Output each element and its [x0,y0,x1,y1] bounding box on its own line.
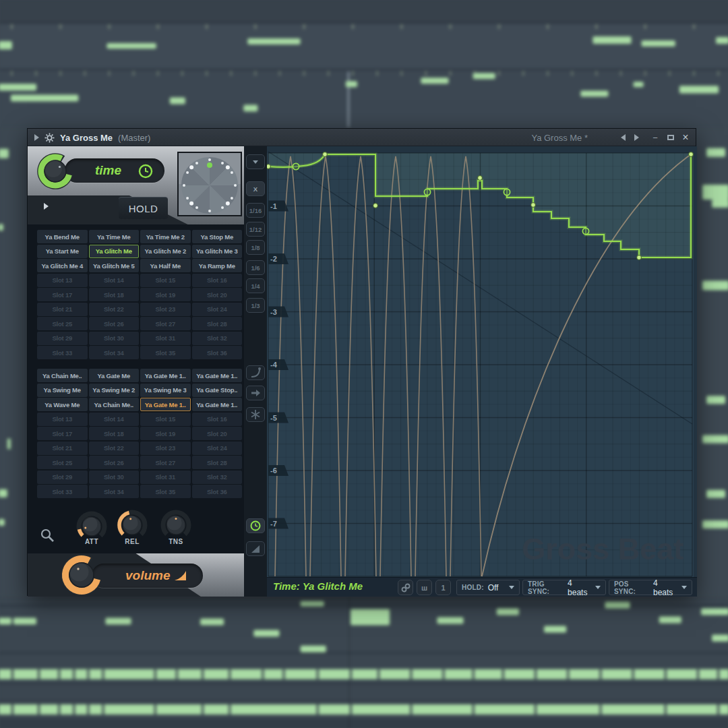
time-slot[interactable]: Slot 32 [192,332,243,345]
volume-knob[interactable] [57,550,107,600]
next-preset-button[interactable] [630,129,643,146]
volume-slot[interactable]: Ya Chain Me.. [89,398,140,411]
snap-1-4-tab[interactable]: 1/4 [246,278,265,293]
volume-slot[interactable]: Ya Swing Me 3 [140,384,191,397]
snap-x-tab[interactable]: X [246,181,265,196]
time-slot[interactable]: Ya Glitch Me 5 [89,259,140,272]
volume-slot[interactable]: Slot 34 [89,485,140,498]
volume-slot[interactable]: Ya Gate Me 1.. [192,398,243,411]
volume-slot[interactable]: Slot 20 [192,427,243,440]
volume-slot[interactable]: Ya Swing Me 2 [89,384,140,397]
volume-slot[interactable]: Slot 19 [140,427,191,440]
panel-collapse-arrow-icon[interactable] [44,203,49,210]
volume-slot[interactable]: Slot 21 [37,442,88,455]
trig-sync-dropdown[interactable]: TRIG SYNC: 4 beats [522,580,606,595]
pos-sync-dropdown[interactable]: POS SYNC: 4 beats [609,580,692,595]
freeze-tool-tab[interactable] [246,407,265,422]
volume-slot[interactable]: Slot 22 [89,442,140,455]
time-slot[interactable]: Slot 31 [140,332,191,345]
plugin-titlebar[interactable]: Ya Gross Me (Master) Ya Gross Me * − × [28,129,696,146]
time-map-editor[interactable]: Gross Beat-1-2-3-4-5-6-7 [267,146,697,577]
time-slot[interactable]: Slot 23 [140,303,191,316]
magnifier-icon[interactable] [40,528,56,544]
volume-slot[interactable]: Slot 13 [37,413,88,426]
slide-tool-tab[interactable] [246,365,265,380]
time-slot[interactable]: Ya Glitch Me 3 [192,245,243,258]
link-tool-button[interactable] [398,580,413,595]
arrow-tool-tab[interactable] [246,386,265,400]
time-slot[interactable]: Slot 22 [89,303,140,316]
time-slot[interactable]: Ya Ramp Me [192,259,243,272]
volume-slot[interactable]: Slot 36 [192,485,243,498]
time-slot[interactable]: Slot 34 [89,346,140,359]
snap-1-8-tab[interactable]: 1/8 [246,240,265,255]
volume-slot[interactable]: Slot 31 [140,471,191,484]
volume-slot[interactable]: Slot 25 [37,456,88,469]
time-slot[interactable]: Ya Start Me [37,245,88,258]
map-dropdown-tab[interactable] [246,154,265,169]
volume-slot[interactable]: Slot 30 [89,471,140,484]
gear-icon[interactable] [44,133,55,143]
minimize-button[interactable]: − [648,129,662,146]
time-slot[interactable]: Slot 14 [89,274,140,287]
time-slot[interactable]: Slot 29 [37,332,88,345]
time-slot[interactable]: Slot 28 [192,317,243,330]
time-slot[interactable]: Slot 25 [37,317,88,330]
time-slot[interactable]: Ya Glitch Me [89,245,140,258]
time-slot[interactable]: Slot 13 [37,274,88,287]
hold-button[interactable]: HOLD [119,197,168,219]
time-slot[interactable]: Slot 35 [140,346,191,359]
time-slot[interactable]: Slot 24 [192,303,243,316]
volume-slot[interactable]: Slot 14 [89,413,140,426]
time-slot[interactable]: Ya Stop Me [192,230,243,243]
hold-mode-dropdown[interactable]: HOLD: Off [456,580,520,595]
volume-slot[interactable]: Slot 27 [140,456,191,469]
volume-slot[interactable]: Ya Gate Stop.. [192,384,243,397]
maximize-button[interactable] [664,129,677,146]
time-slot[interactable]: Slot 15 [140,274,191,287]
time-slot[interactable]: Ya Half Me [140,259,191,272]
volume-slot[interactable]: Slot 33 [37,485,88,498]
time-slot[interactable]: Slot 27 [140,317,191,330]
time-slot[interactable]: Ya Glitch Me 4 [37,259,88,272]
time-slot[interactable]: Slot 19 [140,288,191,301]
volume-slot[interactable]: Slot 32 [192,471,243,484]
volume-slot[interactable]: Ya Gate Me 1.. [140,369,191,382]
snap-1-6-tab[interactable]: 1/6 [246,260,265,275]
snap-1-16-tab[interactable]: 1/16 [246,203,265,218]
volume-slot[interactable]: Slot 29 [37,471,88,484]
time-knob[interactable] [33,148,78,192]
snap-one-button[interactable]: 1 [435,580,451,595]
volume-slot[interactable]: Ya Gate Me 1.. [140,398,191,411]
volume-slot[interactable]: Slot 28 [192,456,243,469]
volume-slot[interactable]: Slot 18 [89,427,140,440]
time-slot[interactable]: Ya Bend Me [37,230,88,243]
snap-1-12-tab[interactable]: 1/12 [246,222,265,237]
time-slot[interactable]: Ya Time Me [89,230,140,243]
collapse-arrow-icon[interactable] [34,134,39,141]
time-slot[interactable]: Slot 26 [89,317,140,330]
volume-slot[interactable]: Ya Wave Me [37,398,88,411]
step-tool-button[interactable]: ш [417,580,432,595]
close-button[interactable]: × [679,129,692,146]
volume-slot[interactable]: Slot 16 [192,413,243,426]
time-slot[interactable]: Slot 30 [89,332,140,345]
time-slot[interactable]: Ya Time Me 2 [140,230,191,243]
time-map-tab[interactable] [246,518,265,533]
volume-slot[interactable]: Slot 35 [140,485,191,498]
snap-1-3-tab[interactable]: 1/3 [246,298,265,313]
volume-slot[interactable]: Slot 15 [140,413,191,426]
time-slot[interactable]: Slot 21 [37,303,88,316]
volume-slot[interactable]: Ya Gate Me 1.. [192,369,243,382]
time-slot[interactable]: Slot 16 [192,274,243,287]
time-slot[interactable]: Slot 17 [37,288,88,301]
volume-slot[interactable]: Slot 24 [192,442,243,455]
prev-preset-button[interactable] [616,129,630,146]
time-slot[interactable]: Slot 18 [89,288,140,301]
volume-map-tab[interactable] [246,541,265,556]
volume-slot[interactable]: Ya Gate Me [89,369,140,382]
time-slot[interactable]: Slot 33 [37,346,88,359]
volume-slot[interactable]: Ya Chain Me.. [37,369,88,382]
volume-slot[interactable]: Slot 23 [140,442,191,455]
preset-name[interactable]: Ya Gross Me * [531,129,588,146]
